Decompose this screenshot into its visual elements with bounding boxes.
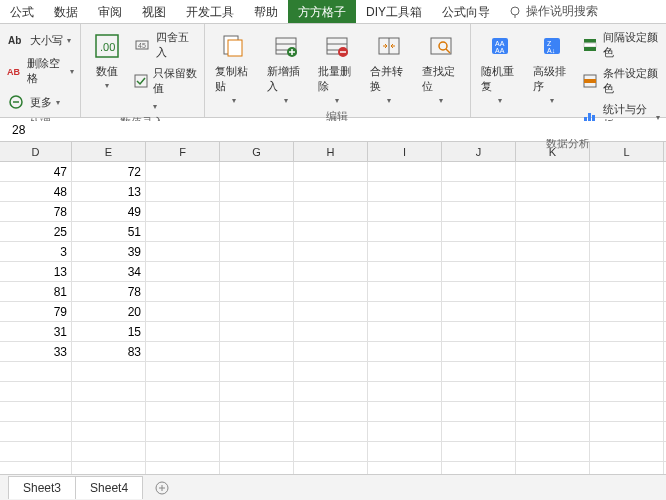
- cell[interactable]: [72, 382, 146, 401]
- cell[interactable]: [516, 382, 590, 401]
- cell[interactable]: [220, 402, 294, 421]
- cell[interactable]: [146, 402, 220, 421]
- cell[interactable]: [0, 422, 72, 441]
- cell[interactable]: [368, 302, 442, 321]
- cell[interactable]: 3: [0, 242, 72, 261]
- cell[interactable]: [220, 382, 294, 401]
- col-header-H[interactable]: H: [294, 142, 368, 161]
- cell[interactable]: [368, 322, 442, 341]
- cell[interactable]: [442, 322, 516, 341]
- cell[interactable]: 20: [72, 302, 146, 321]
- cell[interactable]: [368, 442, 442, 461]
- tab-审阅[interactable]: 审阅: [88, 0, 132, 23]
- cell[interactable]: [0, 362, 72, 381]
- cell[interactable]: [146, 242, 220, 261]
- cell[interactable]: [516, 262, 590, 281]
- cell[interactable]: [146, 222, 220, 241]
- cell[interactable]: [0, 442, 72, 461]
- cell[interactable]: 47: [0, 162, 72, 181]
- tab-方方格子[interactable]: 方方格子: [288, 0, 356, 23]
- cell[interactable]: [590, 302, 664, 321]
- tab-公式[interactable]: 公式: [0, 0, 44, 23]
- cell[interactable]: [442, 362, 516, 381]
- cell[interactable]: [294, 162, 368, 181]
- cell[interactable]: [72, 422, 146, 441]
- tab-开发工具[interactable]: 开发工具: [176, 0, 244, 23]
- cell[interactable]: [590, 402, 664, 421]
- cell[interactable]: [146, 422, 220, 441]
- cell[interactable]: [368, 222, 442, 241]
- cell[interactable]: [220, 182, 294, 201]
- cell[interactable]: [590, 202, 664, 221]
- cell[interactable]: [590, 162, 664, 181]
- cell[interactable]: [294, 182, 368, 201]
- sheet-tab-Sheet3[interactable]: Sheet3: [8, 476, 76, 499]
- cell[interactable]: [220, 362, 294, 381]
- col-header-G[interactable]: G: [220, 142, 294, 161]
- cell[interactable]: [442, 162, 516, 181]
- cell[interactable]: [220, 242, 294, 261]
- cell[interactable]: 51: [72, 222, 146, 241]
- tell-me-search[interactable]: 操作说明搜索: [500, 0, 606, 23]
- cond-button[interactable]: 条件设定颜色: [581, 64, 660, 98]
- cell[interactable]: [590, 342, 664, 361]
- cell[interactable]: [368, 422, 442, 441]
- cell[interactable]: [368, 162, 442, 181]
- find-button[interactable]: 查找定位▾: [418, 28, 464, 107]
- tab-帮助[interactable]: 帮助: [244, 0, 288, 23]
- cell[interactable]: 72: [72, 162, 146, 181]
- cell[interactable]: [516, 342, 590, 361]
- cell[interactable]: [294, 442, 368, 461]
- keep-button[interactable]: 只保留数值: [133, 64, 198, 98]
- cell[interactable]: [146, 182, 220, 201]
- tab-数据[interactable]: 数据: [44, 0, 88, 23]
- cell[interactable]: [146, 342, 220, 361]
- cell[interactable]: [220, 322, 294, 341]
- cell[interactable]: [516, 282, 590, 301]
- cell[interactable]: [516, 402, 590, 421]
- cell[interactable]: [516, 182, 590, 201]
- cell[interactable]: 48: [0, 182, 72, 201]
- cell[interactable]: [220, 442, 294, 461]
- cell[interactable]: [590, 322, 664, 341]
- extra-row[interactable]: ▾: [133, 100, 198, 113]
- cell[interactable]: [294, 422, 368, 441]
- cell[interactable]: [294, 302, 368, 321]
- cell[interactable]: [516, 302, 590, 321]
- cell[interactable]: [442, 382, 516, 401]
- cell[interactable]: [368, 362, 442, 381]
- delspace-button[interactable]: AB 删除空格▾: [6, 54, 74, 88]
- cell[interactable]: [294, 342, 368, 361]
- cell[interactable]: [442, 422, 516, 441]
- cell[interactable]: [590, 222, 664, 241]
- cell[interactable]: [146, 382, 220, 401]
- cell[interactable]: [442, 302, 516, 321]
- cell[interactable]: [516, 422, 590, 441]
- cell[interactable]: [72, 442, 146, 461]
- formula-input[interactable]: [8, 121, 658, 139]
- col-header-K[interactable]: K: [516, 142, 590, 161]
- cell[interactable]: [590, 382, 664, 401]
- cell[interactable]: [516, 202, 590, 221]
- cell[interactable]: [146, 282, 220, 301]
- shuffle-button[interactable]: AAAA 随机重复▾: [477, 28, 523, 107]
- cell[interactable]: [516, 362, 590, 381]
- numval-button[interactable]: .00 数值 ▾: [87, 28, 127, 92]
- cell[interactable]: [146, 302, 220, 321]
- cell[interactable]: [442, 242, 516, 261]
- cell[interactable]: [442, 222, 516, 241]
- cell[interactable]: 49: [72, 202, 146, 221]
- cell[interactable]: 78: [0, 202, 72, 221]
- cell[interactable]: [590, 262, 664, 281]
- cell[interactable]: [294, 382, 368, 401]
- cell[interactable]: [516, 322, 590, 341]
- cell[interactable]: [220, 162, 294, 181]
- cell[interactable]: [220, 222, 294, 241]
- more-button[interactable]: 更多▾: [6, 90, 74, 114]
- cell[interactable]: [368, 382, 442, 401]
- cell[interactable]: 81: [0, 282, 72, 301]
- col-header-E[interactable]: E: [72, 142, 146, 161]
- cell[interactable]: [516, 222, 590, 241]
- cell[interactable]: [294, 362, 368, 381]
- cell[interactable]: [442, 182, 516, 201]
